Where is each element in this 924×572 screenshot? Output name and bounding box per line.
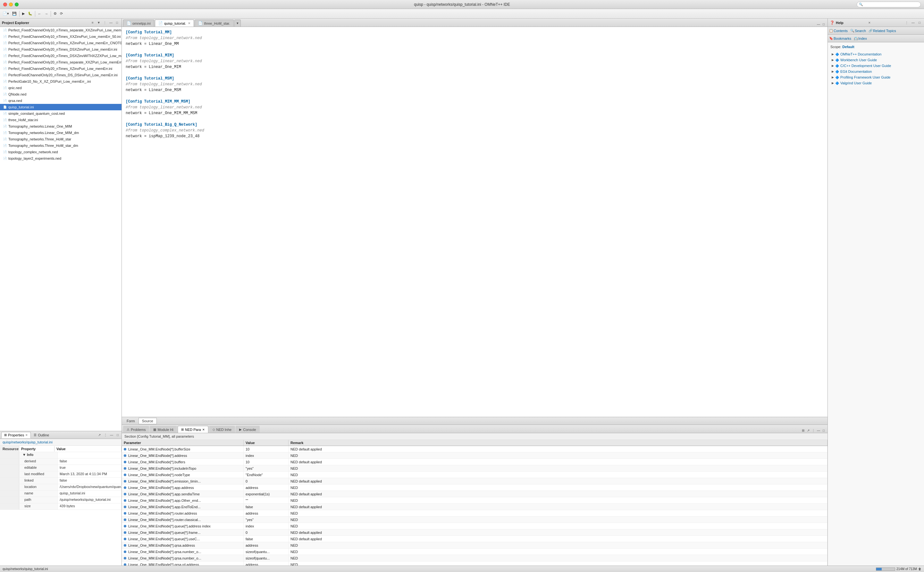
params-row[interactable]: Linear_One_MM.EndNode[*].queue[*].useC..… <box>122 536 828 542</box>
tab-problems[interactable]: ⚠ Problems <box>123 426 149 433</box>
tree-item[interactable]: 📄 Tomography_networks.Three_HoM_star_dm <box>0 142 121 149</box>
params-row[interactable]: Linear_One_MM.EndNode[*].app.sendIaTime … <box>122 491 828 497</box>
tree-item[interactable]: 📄 topology_complex_network.ned <box>0 149 121 155</box>
params-action-1[interactable]: ⊞ <box>801 428 806 433</box>
params-row[interactable]: Linear_One_MM.EndNode[*].address index N… <box>122 452 828 459</box>
tab-quisp-tutorial[interactable]: 📄 quisp_tutorial. ✕ <box>155 20 194 26</box>
build-button[interactable]: ⚙ <box>52 10 58 17</box>
tree-item[interactable]: 📄 qnic.ned <box>0 85 121 91</box>
tab-console[interactable]: ▶ Console <box>236 426 259 433</box>
tab-help-contents[interactable]: 📋 Contents <box>829 29 848 33</box>
maximize-editor-button[interactable]: □ <box>821 22 826 26</box>
params-row[interactable]: Linear_One_MM.EndNode[*].router.address … <box>122 510 828 516</box>
help-menu-button[interactable]: ⋮ <box>904 20 909 25</box>
tree-item[interactable]: 📄 Perfect_FixedChannelOnly20_nTimes_sepa… <box>0 59 121 65</box>
menu-button[interactable]: ⋮ <box>102 20 107 25</box>
params-row[interactable]: Linear_One_MM.EndNode[*].qrsa.number_o..… <box>122 555 828 561</box>
tree-item[interactable]: 📄 topology_layer2_experiments.ned <box>0 155 121 162</box>
tree-item[interactable]: 📄 Perfect_FixedChannelOnly10_nTimes_sepa… <box>0 27 121 33</box>
tree-item[interactable]: 📄 Perfect_FixedChannelOnly20_nTimes_XZin… <box>0 65 121 72</box>
params-row[interactable]: Linear_One_MM.EndNode[*].bufferSize 10 N… <box>122 446 828 452</box>
editor-content[interactable]: [Config Tutorial_MM] #from topology_line… <box>122 27 828 417</box>
params-row[interactable]: Linear_One_MM.EndNode[*].includeInTopo "… <box>122 465 828 472</box>
close-button[interactable] <box>3 3 7 6</box>
tree-item[interactable]: 📄 Perfect_FixedChannelOnly20_nTimes_DSXZ… <box>0 53 121 59</box>
back-button[interactable]: ← <box>37 10 43 17</box>
params-table-body[interactable]: Linear_One_MM.EndNode[*].bufferSize 10 N… <box>122 446 828 566</box>
global-search[interactable]: 🔍 <box>857 2 921 7</box>
run-button[interactable]: ▶ <box>21 10 26 17</box>
tab-form[interactable]: Form <box>123 418 138 424</box>
maximize-panel-button[interactable]: □ <box>115 20 120 25</box>
params-maximize-button[interactable]: □ <box>821 428 826 433</box>
trash-icon[interactable]: 🗑 <box>918 567 921 571</box>
minimize-editor-button[interactable]: — <box>816 22 821 26</box>
tab-source[interactable]: Source <box>138 418 157 424</box>
forward-button[interactable]: → <box>43 10 50 17</box>
params-row[interactable]: Linear_One_MM.EndNode[*].queue[*].addres… <box>122 523 828 529</box>
help-maximize-button[interactable]: □ <box>917 20 922 25</box>
tab-omnetpp[interactable]: 📄 omnetpp.ini <box>123 20 154 26</box>
tab-outline[interactable]: ☰ Outline <box>31 432 52 438</box>
tree-item[interactable]: 📄 Perfect_FixedChannelOnly10_nTimes_XZin… <box>0 40 121 46</box>
minimize-panel-button[interactable]: — <box>109 20 113 25</box>
tab-three-hom[interactable]: 📄 three_HoM_star. <box>195 20 233 26</box>
project-explorer-tree[interactable]: 📄 Perfect_FixedChannelOnly10_nTimes_sepa… <box>0 27 121 431</box>
export-button[interactable]: ↗ <box>97 432 102 438</box>
tree-item[interactable]: 📄 PerfectFixedChannelOnly20_nTimes_DS_DS… <box>0 72 121 78</box>
params-menu-button[interactable]: ⋮ <box>811 428 816 433</box>
params-row[interactable]: Linear_One_MM.EndNode[*].qrsa.rd.address… <box>122 561 828 566</box>
params-minimize-button[interactable]: — <box>816 428 821 433</box>
tree-item[interactable]: 📄 PerfectGate10_No_X_XZ_DSPuri_Low_memEr… <box>0 78 121 85</box>
tab-ned-para[interactable]: ⊞ NED Para ✕ <box>178 426 208 433</box>
help-link-egit[interactable]: ▶ 🔷 EGit Documentation <box>830 68 921 75</box>
params-row[interactable]: Linear_One_MM.EndNode[*].buffers 10 NED … <box>122 459 828 465</box>
new-button[interactable]: 📄▾ <box>1 10 10 17</box>
params-row[interactable]: Linear_One_MM.EndNode[*].qrsa.number_o..… <box>122 549 828 555</box>
params-row[interactable]: Linear_One_MM.EndNode[*].qrsa.address ad… <box>122 542 828 549</box>
params-row[interactable]: Linear_One_MM.EndNode[*].nodeType "EndNo… <box>122 472 828 478</box>
params-row[interactable]: Linear_One_MM.EndNode[*].app.address add… <box>122 485 828 491</box>
tree-item[interactable]: 📄 Tomography_networks.Linear_One_MIM <box>0 123 121 129</box>
tab-help-index[interactable]: 📇 Index <box>854 37 867 40</box>
refresh-button[interactable]: ⟳ <box>59 10 64 17</box>
params-row[interactable]: Linear_One_MM.EndNode[*].app.Other_end..… <box>122 497 828 504</box>
params-row[interactable]: Linear_One_MM.EndNode[*].emission_timin.… <box>122 478 828 485</box>
minimize-button[interactable] <box>9 3 13 6</box>
tab-ned-inhe[interactable]: ◇ NED Inhe <box>209 426 235 433</box>
help-link-workbench[interactable]: ▶ 🔷 Workbench User Guide <box>830 57 921 63</box>
tree-item[interactable]: 📄 Tomography_networks.Three_HoM_star <box>0 136 121 142</box>
maximize-button[interactable] <box>15 3 19 6</box>
debug-button[interactable]: 🐛 <box>26 10 34 17</box>
help-link-omnetpp[interactable]: ▶ 🔷 OMNeT++ Documentation <box>830 51 921 57</box>
tree-item[interactable]: 📄 qrsa.ned <box>0 98 121 104</box>
tab-close-icon[interactable]: ✕ <box>188 22 191 25</box>
tree-item-selected[interactable]: 📄 quisp_tutorial.ini <box>0 104 121 110</box>
params-row[interactable]: Linear_One_MM.EndNode[*].queue[*].frame.… <box>122 529 828 536</box>
help-minimize-button[interactable]: — <box>910 20 916 25</box>
filter-button[interactable]: ▼ <box>96 20 101 25</box>
params-row[interactable]: Linear_One_MM.EndNode[*].app.EndToEnd...… <box>122 504 828 510</box>
tab-properties[interactable]: ⊞ Properties ✕ <box>1 432 31 438</box>
tree-item[interactable]: 📄 simple_constant_quantum_cost.ned <box>0 110 121 117</box>
help-link-cpp[interactable]: ▶ 🔷 C/C++ Development User Guide <box>830 63 921 68</box>
help-link-valgrind[interactable]: ▶ 🔷 Valgrind User Guide <box>830 80 921 86</box>
params-action-2[interactable]: ↗ <box>806 428 811 433</box>
tree-item[interactable]: 📄 Perfect_FixedChannelOnly20_nTimes_DSXZ… <box>0 46 121 53</box>
maximize-button[interactable]: □ <box>115 432 120 438</box>
menu-button[interactable]: ⋮ <box>103 432 108 438</box>
tab-help-search[interactable]: 🔍 Search <box>850 29 866 33</box>
tree-item[interactable]: 📄 Tomography_networks.Linear_One_MIM_dm <box>0 129 121 136</box>
help-link-profiling[interactable]: ▶ 🔷 Profiling Framework User Guide <box>830 75 921 80</box>
tree-item[interactable]: 📄 three_HoM_star.ini <box>0 117 121 123</box>
tab-help-related[interactable]: 🔗 Related Topics <box>868 29 896 33</box>
collapse-all-button[interactable]: ≡ <box>90 20 95 25</box>
tab-module-hi[interactable]: ▦ Module Hi <box>150 426 177 433</box>
minimize-button[interactable]: — <box>109 432 114 438</box>
tab-more-button[interactable]: ▾ <box>234 20 241 26</box>
tree-item[interactable]: 📄 QNode.ned <box>0 91 121 98</box>
tab-help-bookmarks[interactable]: 🔖 Bookmarks <box>829 37 851 40</box>
params-row[interactable]: Linear_One_MM.EndNode[*].router.classica… <box>122 516 828 523</box>
save-button[interactable]: 💾 <box>11 10 18 17</box>
tree-item[interactable]: 📄 Perfect_FixedChannelOnly10_nTimes_XXZi… <box>0 33 121 40</box>
